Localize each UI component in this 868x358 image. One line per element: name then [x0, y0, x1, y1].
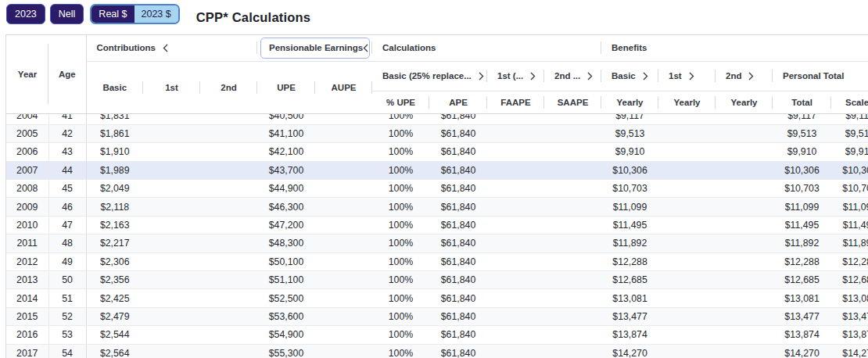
currency-toggle[interactable]: Real $ 2023 $	[90, 4, 179, 24]
pct-upe-cell: 100%	[372, 161, 429, 179]
scaled-cell: $9,117	[831, 113, 868, 124]
contrib-2nd-cell	[200, 216, 257, 234]
chevron-right-icon[interactable]	[748, 72, 754, 81]
table-row[interactable]: 2014 51 $2,425 $52,500 100% $61,840 $13,…	[6, 289, 868, 307]
aupe-cell	[315, 198, 372, 216]
ape-cell: $61,840	[429, 271, 487, 289]
table-row[interactable]: 2005 42 $1,861 $41,100 100% $61,840 $9,5…	[6, 124, 868, 142]
chevron-left-icon[interactable]	[163, 44, 168, 52]
upe-cell: $54,900	[257, 326, 315, 344]
age-cell: 50	[48, 271, 86, 289]
table-row[interactable]: 2007 44 $1,989 $43,700 100% $61,840 $10,…	[6, 161, 868, 179]
ape-header: APE	[429, 91, 487, 113]
2nd-yearly-cell	[716, 307, 773, 325]
2nd-yearly-cell	[716, 271, 773, 289]
scaled-cell: $10,703	[831, 180, 868, 198]
age-cell: 44	[48, 161, 86, 179]
table-body: 2004 41 $1,831 $40,500 100% $61,840 $9,1…	[6, 113, 868, 358]
year-cell: 2009	[6, 198, 48, 216]
basic-yearly-cell: $9,910	[601, 143, 658, 161]
calc-2nd-subgroup-header[interactable]: 2nd ...	[544, 61, 601, 91]
chevron-right-icon[interactable]	[587, 72, 593, 81]
table-row[interactable]: 2016 53 $2,544 $54,900 100% $61,840 $13,…	[6, 326, 868, 344]
contrib-2nd-cell	[200, 198, 257, 216]
total-cell: $13,081	[773, 289, 831, 307]
contrib-1st-cell	[143, 216, 200, 234]
ape-cell: $61,840	[429, 326, 487, 344]
contrib-2nd-cell	[200, 161, 257, 179]
aupe-cell	[315, 326, 372, 344]
year-cell: 2017	[6, 344, 48, 358]
aupe-cell	[315, 113, 372, 124]
age-cell: 41	[48, 113, 86, 124]
ape-cell: $61,840	[429, 113, 487, 124]
chevron-right-icon[interactable]	[643, 72, 648, 81]
contrib-1st-cell	[143, 113, 200, 124]
aupe-cell	[315, 271, 372, 289]
contrib-2nd-cell	[200, 124, 257, 142]
basic-yearly-cell: $14,270	[601, 344, 658, 358]
saape-cell	[544, 198, 601, 216]
basic-yearly-cell: $12,288	[601, 252, 658, 270]
year-cell: 2013	[6, 271, 48, 289]
person-name-button[interactable]: Nell	[50, 4, 84, 24]
basic-yearly-cell: $13,874	[601, 326, 658, 344]
aupe-cell	[315, 234, 372, 252]
table-row[interactable]: 2009 46 $2,118 $46,300 100% $61,840 $11,…	[6, 198, 868, 216]
table-row[interactable]: 2010 47 $2,163 $47,200 100% $61,840 $11,…	[6, 216, 868, 234]
age-cell: 49	[48, 252, 86, 270]
aupe-cell	[315, 216, 372, 234]
contrib-1st-cell	[143, 234, 200, 252]
1st-yearly-cell	[658, 252, 716, 270]
pensionable-earnings-group-header[interactable]: Pensionable Earnings	[257, 35, 372, 61]
benefit-basic-subgroup-header[interactable]: Basic	[601, 61, 658, 91]
table-row[interactable]: 2015 52 $2,479 $53,600 100% $61,840 $13,…	[6, 307, 868, 325]
chevron-left-icon[interactable]	[363, 44, 368, 52]
pensionable-earnings-focus-box[interactable]: Pensionable Earnings	[260, 38, 370, 59]
year-cell: 2015	[6, 307, 48, 325]
contrib-basic-cell: $1,910	[86, 143, 143, 161]
age-cell: 43	[48, 143, 86, 161]
benefit-2nd-subgroup-header[interactable]: 2nd	[716, 61, 773, 91]
chevron-right-icon[interactable]	[479, 72, 484, 81]
basic-yearly-cell: $13,081	[601, 289, 658, 307]
table-row[interactable]: 2004 41 $1,831 $40,500 100% $61,840 $9,1…	[6, 113, 868, 124]
1st-yearly-cell	[658, 271, 716, 289]
table-row[interactable]: 2012 49 $2,306 $50,100 100% $61,840 $12,…	[6, 252, 868, 270]
year-cell: 2005	[6, 124, 48, 142]
contributions-group-header[interactable]: Contributions	[86, 35, 257, 61]
upe-cell: $51,100	[257, 271, 315, 289]
total-header: Total	[773, 91, 831, 113]
chevron-right-icon[interactable]	[530, 72, 536, 81]
2nd-yearly-cell	[716, 124, 773, 142]
2nd-yearly-cell	[716, 344, 773, 358]
1st-yearly-cell	[658, 161, 716, 179]
contrib-1st-cell	[143, 252, 200, 270]
contrib-basic-cell: $1,861	[86, 124, 143, 142]
table-row[interactable]: 2017 54 $2,564 $55,300 100% $61,840 $14,…	[6, 344, 868, 358]
scaled-cell: $11,495	[831, 216, 868, 234]
benefit-1st-subgroup-header[interactable]: 1st	[658, 61, 716, 91]
pct-upe-cell: 100%	[372, 234, 429, 252]
year-button[interactable]: 2023	[6, 4, 45, 24]
real-dollars-option[interactable]: Real $	[91, 5, 134, 23]
ape-cell: $61,840	[429, 180, 487, 198]
table-row[interactable]: 2008 45 $2,049 $44,900 100% $61,840 $10,…	[6, 180, 868, 198]
1st-yearly-header: Yearly	[658, 91, 716, 113]
aupe-cell	[315, 307, 372, 325]
aupe-cell	[315, 180, 372, 198]
table-row[interactable]: 2013 50 $2,356 $51,100 100% $61,840 $12,…	[6, 271, 868, 289]
chevron-right-icon[interactable]	[689, 72, 694, 81]
scaled-cell: $14,270	[831, 344, 868, 358]
constant-dollars-option[interactable]: 2023 $	[135, 5, 178, 23]
table-row[interactable]: 2011 48 $2,217 $48,300 100% $61,840 $11,…	[6, 234, 868, 252]
aupe-cell	[315, 252, 372, 270]
1st-yearly-cell	[658, 143, 716, 161]
age-cell: 52	[48, 307, 86, 325]
faape-cell	[487, 289, 544, 307]
faape-cell	[487, 161, 544, 179]
age-cell: 45	[48, 180, 86, 198]
calc-basic-subgroup-header[interactable]: Basic (25% replace...	[372, 61, 487, 91]
calc-1st-subgroup-header[interactable]: 1st (...	[487, 61, 544, 91]
table-row[interactable]: 2006 43 $1,910 $42,100 100% $61,840 $9,9…	[6, 143, 868, 161]
